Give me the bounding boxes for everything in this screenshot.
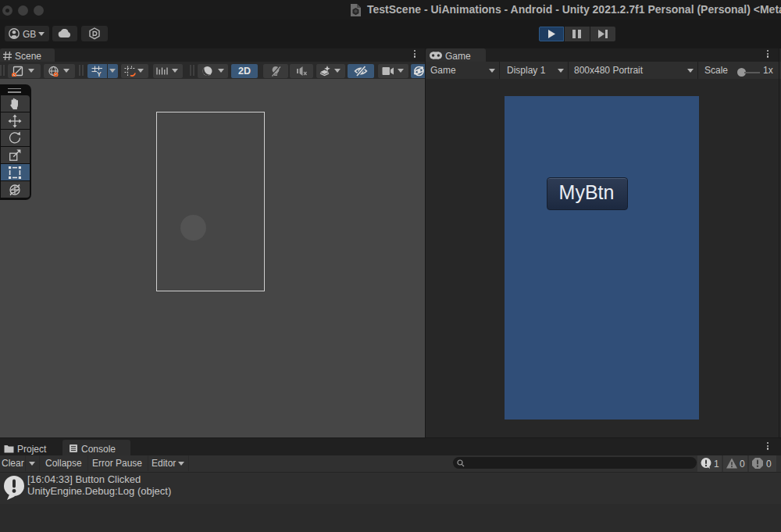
svg-text:Y: Y <box>97 70 102 77</box>
